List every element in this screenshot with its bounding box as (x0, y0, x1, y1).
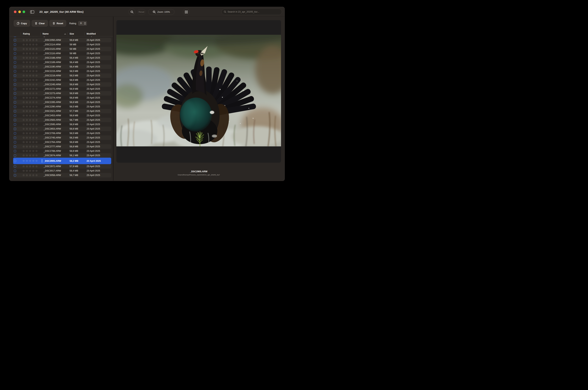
file-row[interactable]: ☆☆☆☆☆ _DSC2114.ARW 58 MB 23 April 2025 (13, 42, 111, 47)
file-row[interactable]: ☆☆☆☆☆ _DSC2050.ARW 59,8 MB 23 April 2025 (13, 38, 111, 42)
file-row[interactable]: ☆☆☆☆☆ _DSC2272.ARW 58,9 MB 23 April 2025 (13, 87, 111, 91)
rating-stars[interactable]: ☆☆☆☆☆ (22, 127, 39, 131)
search-field[interactable] (222, 9, 282, 15)
rating-stars[interactable]: ☆☆☆☆☆ (22, 149, 39, 153)
rating-stars[interactable]: ☆☆☆☆☆ (22, 92, 39, 95)
rating-stars[interactable]: ☆☆☆☆☆ (22, 87, 39, 91)
file-row[interactable]: ☆☆☆☆☆ _DSC3017.ARW 58,4 MB 23 April 2025 (13, 169, 111, 173)
file-row[interactable]: ☆☆☆☆☆ _DSC2972.ARW 57,9 MB 23 April 2025 (13, 164, 111, 169)
close-button[interactable] (14, 10, 16, 13)
file-row[interactable]: ☆☆☆☆☆ _DSC2116.ARW 58 MB 23 April 2025 (13, 51, 111, 56)
column-header-modified[interactable]: Modified (87, 33, 96, 35)
reset-button[interactable]: Reset (49, 20, 66, 27)
row-checkbox[interactable] (14, 119, 16, 121)
rating-stars[interactable]: ☆☆☆☆☆ (22, 114, 39, 117)
rating-stars[interactable]: ☆☆☆☆☆ (22, 105, 39, 108)
rating-stars[interactable]: ☆☆☆☆☆ (22, 109, 39, 113)
rating-stars[interactable]: ☆☆☆☆☆ (22, 100, 39, 104)
file-row[interactable]: ☆☆☆☆☆ _DSC2321.ARW 57,7 MB 23 April 2025 (13, 109, 111, 113)
row-checkbox[interactable] (14, 44, 16, 46)
file-row[interactable]: ☆☆☆☆☆ _DSC2242.ARW 58,6 MB 23 April 2025 (13, 78, 111, 82)
row-checkbox[interactable] (14, 105, 16, 108)
rating-stars[interactable]: ☆☆☆☆☆ (22, 65, 39, 68)
row-checkbox[interactable] (14, 165, 16, 168)
rating-stars[interactable]: ☆☆☆☆☆ (22, 47, 39, 51)
rating-stars[interactable]: ☆☆☆☆☆ (22, 118, 39, 122)
rating-stars[interactable]: ☆☆☆☆☆ (22, 78, 39, 82)
rating-stars[interactable]: ☆☆☆☆☆ (22, 83, 39, 86)
row-checkbox[interactable] (14, 83, 16, 86)
copy-button[interactable]: Copy (14, 20, 30, 27)
row-checkbox[interactable] (14, 170, 16, 172)
row-checkbox[interactable] (14, 92, 16, 95)
file-row[interactable]: ☆☆☆☆☆ _DSC2708.ARW 58,5 MB 23 April 2025 (13, 131, 111, 136)
row-checkbox[interactable] (14, 128, 16, 130)
row-checkbox[interactable] (14, 146, 16, 148)
rating-stars[interactable]: ☆☆☆☆☆ (22, 56, 39, 59)
file-row[interactable]: ☆☆☆☆☆ _DSC2453.ARW 58,6 MB 23 April 2025 (13, 113, 111, 118)
row-checkbox[interactable] (14, 132, 16, 135)
file-row[interactable]: ☆☆☆☆☆ _DSC2777.ARW 58,8 MB 23 April 2025 (13, 144, 111, 149)
row-checkbox[interactable] (14, 160, 16, 162)
rating-stars[interactable]: ☆☆☆☆☆ (22, 74, 39, 77)
clear-button[interactable]: Clear (32, 20, 48, 27)
file-row[interactable]: ☆☆☆☆☆ _DSC2245.ARW 58,6 MB 23 April 2025 (13, 82, 111, 87)
file-row[interactable]: ☆☆☆☆☆ _DSC2583.ARW 58,7 MB 23 April 2025 (13, 118, 111, 122)
rating-stars[interactable]: ☆☆☆☆☆ (22, 52, 39, 55)
row-checkbox[interactable] (14, 174, 16, 177)
rating-stars[interactable]: ☆☆☆☆☆ (22, 69, 39, 73)
row-checkbox[interactable] (14, 61, 16, 64)
file-row[interactable]: ☆☆☆☆☆ _DSC2115.ARW 58 MB 23 April 2025 (13, 47, 111, 51)
row-checkbox[interactable] (14, 79, 16, 81)
row-checkbox[interactable] (14, 74, 16, 77)
minimize-button[interactable] (18, 10, 21, 13)
row-checkbox[interactable] (14, 114, 16, 117)
file-row[interactable]: ☆☆☆☆☆ _DSC2273.ARW 58,9 MB 23 April 2025 (13, 91, 111, 96)
file-row[interactable]: ☆☆☆☆☆ _DSC2595.ARW 58,9 MB 23 April 2025 (13, 122, 111, 127)
file-row[interactable]: ☆☆☆☆☆ _DSC2290.ARW 58,5 MB 23 April 2025 (13, 104, 111, 109)
rating-stars[interactable]: ☆☆☆☆☆ (22, 123, 39, 126)
file-row[interactable]: ☆☆☆☆☆ _DSC2216.ARW 58,5 MB 23 April 2025 (13, 73, 111, 78)
row-checkbox[interactable] (14, 88, 16, 90)
grid-view-button[interactable] (183, 8, 190, 15)
rating-stars[interactable]: ☆☆☆☆☆ (22, 132, 39, 135)
rating-stars[interactable]: ☆☆☆☆☆ (22, 159, 39, 162)
fullscreen-button[interactable] (23, 10, 25, 13)
row-checkbox[interactable] (14, 39, 16, 41)
file-row[interactable]: ☆☆☆☆☆ _DSC2215.ARW 58,5 MB 23 April 2025 (13, 69, 111, 73)
row-checkbox[interactable] (14, 48, 16, 50)
rating-stars[interactable]: ☆☆☆☆☆ (22, 165, 39, 168)
file-row[interactable]: ☆☆☆☆☆ _DSC2905.ARW 58,2 MB 23 April 2025 (13, 158, 111, 164)
rating-stars[interactable]: ☆☆☆☆☆ (22, 169, 39, 172)
rating-stars[interactable]: ☆☆☆☆☆ (22, 145, 39, 148)
sidebar-toggle-button[interactable] (29, 8, 36, 15)
rating-stepper[interactable]: 0 (78, 21, 87, 26)
rating-stars[interactable]: ☆☆☆☆☆ (22, 43, 39, 46)
file-row[interactable]: ☆☆☆☆☆ _DSC2764.ARW 58,8 MB 23 April 2025 (13, 140, 111, 144)
file-row[interactable]: ☆☆☆☆☆ _DSC2285.ARW 58,8 MB 23 April 2025 (13, 100, 111, 104)
rating-stars[interactable]: ☆☆☆☆☆ (22, 61, 39, 64)
reset-zoom-button[interactable]: Reset (137, 9, 146, 15)
column-header-rating[interactable]: Rating (23, 33, 30, 35)
row-checkbox[interactable] (14, 52, 16, 55)
row-checkbox[interactable] (14, 70, 16, 72)
rating-stars[interactable]: ☆☆☆☆☆ (22, 141, 39, 144)
row-checkbox[interactable] (14, 101, 16, 103)
file-row[interactable]: ☆☆☆☆☆ _DSC2653.ARW 58,6 MB 23 April 2025 (13, 127, 111, 131)
column-header-name[interactable]: Name (43, 33, 49, 35)
rating-stars[interactable]: ☆☆☆☆☆ (22, 96, 39, 99)
row-checkbox[interactable] (14, 110, 16, 112)
row-checkbox[interactable] (14, 97, 16, 99)
row-checkbox[interactable] (14, 66, 16, 68)
row-checkbox[interactable] (14, 150, 16, 152)
column-header-size[interactable]: Size (69, 33, 74, 35)
rating-stars[interactable]: ☆☆☆☆☆ (22, 136, 39, 139)
row-checkbox[interactable] (14, 141, 16, 144)
search-input[interactable] (228, 10, 280, 13)
row-checkbox[interactable] (14, 154, 16, 157)
zoom-in-button[interactable]: Zoom: 100% (148, 9, 175, 15)
file-row[interactable]: ☆☆☆☆☆ _DSC2274.ARW 58,8 MB 23 April 2025 (13, 96, 111, 100)
file-row[interactable]: ☆☆☆☆☆ _DSC2745.ARW 58,3 MB 23 April 2025 (13, 136, 111, 140)
file-row[interactable]: ☆☆☆☆☆ _DSC2874.ARW 58,1 MB 23 April 2025 (13, 153, 111, 158)
row-checkbox[interactable] (14, 137, 16, 139)
